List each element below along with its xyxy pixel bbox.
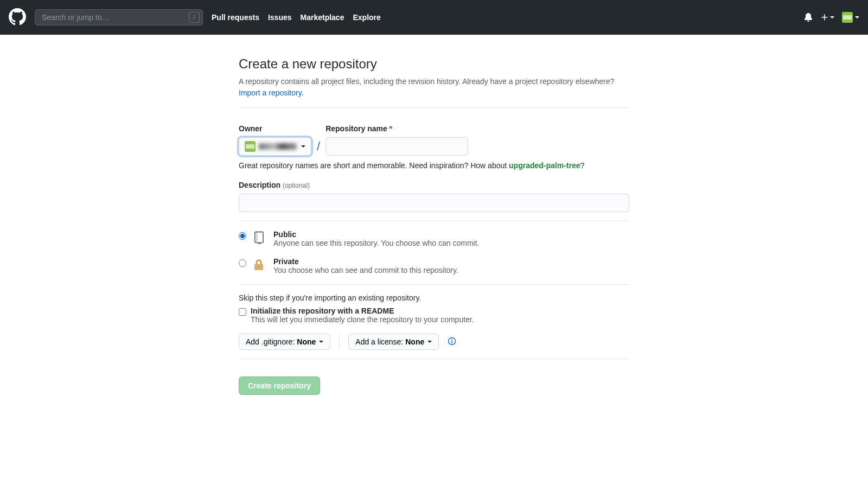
chevron-down-icon bbox=[427, 341, 432, 343]
visibility-private-text: Private You choose who can see and commi… bbox=[273, 257, 458, 274]
import-repo-link[interactable]: Import a repository. bbox=[239, 88, 304, 97]
create-repository-button[interactable]: Create repository bbox=[239, 376, 320, 395]
plus-icon bbox=[820, 13, 829, 22]
owner-label: Owner bbox=[239, 124, 311, 133]
repo-name-hint: Great repository names are short and mem… bbox=[239, 161, 629, 170]
notifications-button[interactable] bbox=[804, 13, 813, 22]
visibility-public-radio[interactable] bbox=[239, 232, 246, 240]
public-title: Public bbox=[273, 230, 480, 239]
owner-select[interactable] bbox=[239, 137, 311, 156]
license-dropdown[interactable]: Add a license: None bbox=[348, 334, 439, 350]
gitignore-dropdown[interactable]: Add .gitignore: None bbox=[239, 334, 330, 350]
divider bbox=[239, 107, 629, 108]
init-readme-desc: This will let you immediately clone the … bbox=[251, 315, 474, 324]
init-readme-text: Initialize this repository with a README… bbox=[251, 307, 474, 324]
page-title: Create a new repository bbox=[239, 56, 629, 72]
owner-field: Owner bbox=[239, 124, 311, 156]
bell-icon bbox=[804, 13, 813, 22]
svg-point-3 bbox=[451, 339, 452, 340]
visibility-public-row: Public Anyone can see this repository. Y… bbox=[239, 230, 629, 247]
chevron-down-icon bbox=[830, 16, 834, 18]
private-desc: You choose who can see and commit to thi… bbox=[273, 266, 458, 274]
license-value: None bbox=[405, 337, 424, 346]
mark-github-icon bbox=[9, 8, 26, 25]
private-title: Private bbox=[273, 257, 458, 266]
visibility-public-text: Public Anyone can see this repository. Y… bbox=[273, 230, 480, 247]
nav-explore[interactable]: Explore bbox=[353, 13, 380, 22]
divider bbox=[239, 221, 629, 221]
repo-name-input[interactable] bbox=[326, 137, 468, 156]
gitignore-prefix: Add .gitignore: bbox=[246, 337, 295, 346]
hint-suffix: ? bbox=[580, 161, 585, 170]
repo-icon bbox=[252, 230, 268, 247]
description-label-text: Description bbox=[239, 181, 280, 189]
divider-vertical bbox=[339, 334, 340, 349]
init-readme-row: Initialize this repository with a README… bbox=[239, 307, 629, 324]
license-info-button[interactable] bbox=[448, 337, 456, 347]
subtitle-text: A repository contains all project files,… bbox=[239, 77, 614, 86]
repo-name-label-text: Repository name bbox=[326, 124, 387, 133]
visibility-private-row: Private You choose who can see and commi… bbox=[239, 257, 629, 274]
required-asterisk: * bbox=[390, 124, 392, 133]
hint-prefix: Great repository names are short and mem… bbox=[239, 161, 509, 170]
header-search: / bbox=[35, 9, 203, 25]
slash-key-hint: / bbox=[189, 12, 200, 23]
nav-marketplace[interactable]: Marketplace bbox=[301, 13, 344, 22]
nav-pull-requests[interactable]: Pull requests bbox=[212, 13, 259, 22]
public-desc: Anyone can see this repository. You choo… bbox=[273, 239, 480, 247]
init-readme-title: Initialize this repository with a README bbox=[251, 307, 474, 315]
owner-name-redacted bbox=[259, 143, 297, 150]
chevron-down-icon bbox=[855, 16, 859, 18]
skip-line: Skip this step if you're importing an ex… bbox=[239, 293, 629, 302]
divider bbox=[239, 284, 629, 285]
info-icon bbox=[448, 337, 456, 346]
lock-icon bbox=[252, 257, 268, 274]
init-readme-checkbox[interactable] bbox=[239, 308, 246, 316]
github-logo[interactable] bbox=[9, 8, 26, 27]
nav-issues[interactable]: Issues bbox=[268, 13, 292, 22]
user-menu-dropdown[interactable] bbox=[842, 12, 859, 23]
search-input[interactable] bbox=[35, 9, 203, 25]
description-label: Description (optional) bbox=[239, 181, 629, 189]
create-new-dropdown[interactable] bbox=[820, 13, 834, 22]
avatar bbox=[842, 12, 853, 23]
svg-rect-0 bbox=[254, 264, 263, 270]
template-dropdowns: Add .gitignore: None Add a license: None bbox=[239, 334, 629, 350]
page-subtitle: A repository contains all project files,… bbox=[239, 76, 629, 99]
header-actions bbox=[804, 12, 859, 23]
license-prefix: Add a license: bbox=[355, 337, 403, 346]
visibility-private-radio[interactable] bbox=[239, 259, 246, 267]
repo-name-field: Repository name * bbox=[326, 124, 468, 156]
global-header: / Pull requests Issues Marketplace Explo… bbox=[0, 0, 868, 35]
divider bbox=[239, 359, 629, 359]
owner-repo-row: Owner / Repository name * bbox=[239, 124, 629, 156]
chevron-down-icon bbox=[319, 341, 323, 343]
gitignore-value: None bbox=[297, 337, 316, 346]
optional-tag: (optional) bbox=[283, 182, 310, 189]
repo-name-label: Repository name * bbox=[326, 124, 468, 133]
owner-repo-separator: / bbox=[317, 139, 320, 156]
name-suggestion[interactable]: upgraded-palm-tree bbox=[509, 161, 580, 170]
chevron-down-icon bbox=[301, 145, 305, 148]
owner-avatar bbox=[245, 141, 256, 152]
main-content: Create a new repository A repository con… bbox=[233, 56, 635, 427]
description-input[interactable] bbox=[239, 194, 629, 212]
primary-nav: Pull requests Issues Marketplace Explore bbox=[212, 13, 381, 22]
